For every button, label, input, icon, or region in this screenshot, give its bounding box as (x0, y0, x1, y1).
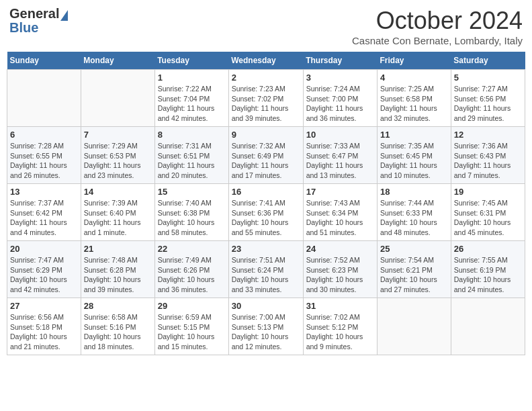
day-info: Sunrise: 7:48 AMSunset: 6:28 PMDaylight:… (84, 255, 152, 295)
day-info: Sunrise: 7:52 AMSunset: 6:23 PMDaylight:… (306, 255, 374, 295)
calendar-cell: 26Sunrise: 7:55 AMSunset: 6:19 PMDayligh… (451, 241, 525, 298)
day-info: Sunrise: 7:40 AMSunset: 6:38 PMDaylight:… (158, 198, 226, 238)
weekday-header-thursday: Thursday (303, 52, 377, 70)
day-info: Sunrise: 7:43 AMSunset: 6:34 PMDaylight:… (306, 198, 374, 238)
day-info: Sunrise: 6:58 AMSunset: 5:16 PMDaylight:… (84, 312, 152, 352)
day-number: 7 (84, 130, 152, 140)
day-info: Sunrise: 7:49 AMSunset: 6:26 PMDaylight:… (158, 255, 226, 295)
day-info: Sunrise: 7:27 AMSunset: 6:56 PMDaylight:… (454, 84, 522, 124)
day-info: Sunrise: 7:24 AMSunset: 7:00 PMDaylight:… (306, 84, 374, 124)
calendar-cell: 11Sunrise: 7:35 AMSunset: 6:45 PMDayligh… (378, 127, 451, 184)
day-number: 18 (380, 187, 448, 197)
day-info: Sunrise: 7:23 AMSunset: 7:02 PMDaylight:… (232, 84, 300, 124)
weekday-header-tuesday: Tuesday (154, 52, 228, 70)
day-info: Sunrise: 7:28 AMSunset: 6:55 PMDaylight:… (10, 141, 78, 181)
calendar-cell: 20Sunrise: 7:47 AMSunset: 6:29 PMDayligh… (7, 241, 81, 298)
calendar-cell: 22Sunrise: 7:49 AMSunset: 6:26 PMDayligh… (154, 241, 228, 298)
calendar-cell: 24Sunrise: 7:52 AMSunset: 6:23 PMDayligh… (303, 241, 377, 298)
day-number: 31 (306, 301, 374, 311)
logo: General Blue (9, 7, 68, 34)
day-number: 16 (232, 187, 300, 197)
calendar-cell: 10Sunrise: 7:33 AMSunset: 6:47 PMDayligh… (303, 127, 377, 184)
calendar-cell: 9Sunrise: 7:32 AMSunset: 6:49 PMDaylight… (228, 127, 303, 184)
day-info: Sunrise: 7:35 AMSunset: 6:45 PMDaylight:… (380, 141, 448, 181)
day-number: 12 (454, 130, 522, 140)
day-info: Sunrise: 7:33 AMSunset: 6:47 PMDaylight:… (306, 141, 374, 181)
calendar-cell: 8Sunrise: 7:31 AMSunset: 6:51 PMDaylight… (154, 127, 228, 184)
day-info: Sunrise: 7:47 AMSunset: 6:29 PMDaylight:… (10, 255, 78, 295)
day-number: 4 (380, 73, 448, 83)
calendar-cell (378, 298, 451, 355)
day-info: Sunrise: 7:22 AMSunset: 7:04 PMDaylight:… (158, 84, 226, 124)
calendar-cell: 15Sunrise: 7:40 AMSunset: 6:38 PMDayligh… (154, 184, 228, 241)
day-number: 22 (158, 244, 226, 254)
weekday-header-saturday: Saturday (451, 52, 525, 70)
day-info: Sunrise: 7:55 AMSunset: 6:19 PMDaylight:… (454, 255, 522, 295)
calendar-cell: 19Sunrise: 7:45 AMSunset: 6:31 PMDayligh… (451, 184, 525, 241)
calendar-cell: 16Sunrise: 7:41 AMSunset: 6:36 PMDayligh… (228, 184, 303, 241)
calendar-cell: 7Sunrise: 7:29 AMSunset: 6:53 PMDaylight… (81, 127, 154, 184)
day-number: 9 (232, 130, 300, 140)
calendar-cell: 23Sunrise: 7:51 AMSunset: 6:24 PMDayligh… (228, 241, 303, 298)
calendar-cell: 31Sunrise: 7:02 AMSunset: 5:12 PMDayligh… (303, 298, 377, 355)
calendar-body: 1Sunrise: 7:22 AMSunset: 7:04 PMDaylight… (7, 70, 525, 355)
day-info: Sunrise: 7:02 AMSunset: 5:12 PMDaylight:… (306, 312, 374, 352)
day-number: 6 (10, 130, 78, 140)
day-info: Sunrise: 7:00 AMSunset: 5:13 PMDaylight:… (232, 312, 300, 352)
day-number: 15 (158, 187, 226, 197)
day-number: 13 (10, 187, 78, 197)
day-info: Sunrise: 7:41 AMSunset: 6:36 PMDaylight:… (232, 198, 300, 238)
weekday-header-row: SundayMondayTuesdayWednesdayThursdayFrid… (7, 52, 525, 70)
calendar-cell: 27Sunrise: 6:56 AMSunset: 5:18 PMDayligh… (7, 298, 81, 355)
calendar-cell (81, 70, 154, 127)
day-number: 14 (84, 187, 152, 197)
calendar-cell: 21Sunrise: 7:48 AMSunset: 6:28 PMDayligh… (81, 241, 154, 298)
logo-triangle-icon (60, 10, 68, 21)
title-block: October 2024 Casnate Con Bernate, Lombar… (352, 7, 523, 46)
day-number: 20 (10, 244, 78, 254)
calendar-cell: 5Sunrise: 7:27 AMSunset: 6:56 PMDaylight… (451, 70, 525, 127)
calendar-cell: 12Sunrise: 7:36 AMSunset: 6:43 PMDayligh… (451, 127, 525, 184)
week-row-5: 27Sunrise: 6:56 AMSunset: 5:18 PMDayligh… (7, 298, 525, 355)
day-number: 25 (380, 244, 448, 254)
week-row-4: 20Sunrise: 7:47 AMSunset: 6:29 PMDayligh… (7, 241, 525, 298)
day-info: Sunrise: 7:39 AMSunset: 6:40 PMDaylight:… (84, 198, 152, 238)
calendar-cell: 25Sunrise: 7:54 AMSunset: 6:21 PMDayligh… (378, 241, 451, 298)
day-number: 1 (158, 73, 226, 83)
calendar-cell: 14Sunrise: 7:39 AMSunset: 6:40 PMDayligh… (81, 184, 154, 241)
calendar-cell: 2Sunrise: 7:23 AMSunset: 7:02 PMDaylight… (228, 70, 303, 127)
logo-blue-text: Blue (9, 20, 38, 35)
calendar-cell (451, 298, 525, 355)
calendar-cell: 18Sunrise: 7:44 AMSunset: 6:33 PMDayligh… (378, 184, 451, 241)
week-row-2: 6Sunrise: 7:28 AMSunset: 6:55 PMDaylight… (7, 127, 525, 184)
calendar-cell: 4Sunrise: 7:25 AMSunset: 6:58 PMDaylight… (378, 70, 451, 127)
day-number: 10 (306, 130, 374, 140)
week-row-1: 1Sunrise: 7:22 AMSunset: 7:04 PMDaylight… (7, 70, 525, 127)
page-header: General Blue October 2024 Casnate Con Be… (7, 7, 525, 46)
calendar-cell: 17Sunrise: 7:43 AMSunset: 6:34 PMDayligh… (303, 184, 377, 241)
day-info: Sunrise: 7:51 AMSunset: 6:24 PMDaylight:… (232, 255, 300, 295)
location-title: Casnate Con Bernate, Lombardy, Italy (352, 35, 523, 46)
day-info: Sunrise: 7:25 AMSunset: 6:58 PMDaylight:… (380, 84, 448, 124)
day-number: 24 (306, 244, 374, 254)
day-number: 28 (84, 301, 152, 311)
day-info: Sunrise: 7:45 AMSunset: 6:31 PMDaylight:… (454, 198, 522, 238)
month-title: October 2024 (352, 7, 523, 35)
day-number: 2 (232, 73, 300, 83)
day-number: 19 (454, 187, 522, 197)
weekday-header-wednesday: Wednesday (228, 52, 303, 70)
day-info: Sunrise: 7:37 AMSunset: 6:42 PMDaylight:… (10, 198, 78, 238)
day-info: Sunrise: 7:36 AMSunset: 6:43 PMDaylight:… (454, 141, 522, 181)
day-info: Sunrise: 6:56 AMSunset: 5:18 PMDaylight:… (10, 312, 78, 352)
weekday-header-monday: Monday (81, 52, 154, 70)
day-number: 8 (158, 130, 226, 140)
day-number: 23 (232, 244, 300, 254)
day-info: Sunrise: 7:32 AMSunset: 6:49 PMDaylight:… (232, 141, 300, 181)
calendar-table: SundayMondayTuesdayWednesdayThursdayFrid… (7, 52, 525, 355)
day-number: 21 (84, 244, 152, 254)
day-info: Sunrise: 7:31 AMSunset: 6:51 PMDaylight:… (158, 141, 226, 181)
calendar-cell: 1Sunrise: 7:22 AMSunset: 7:04 PMDaylight… (154, 70, 228, 127)
calendar-cell: 30Sunrise: 7:00 AMSunset: 5:13 PMDayligh… (228, 298, 303, 355)
day-number: 30 (232, 301, 300, 311)
calendar-cell: 28Sunrise: 6:58 AMSunset: 5:16 PMDayligh… (81, 298, 154, 355)
